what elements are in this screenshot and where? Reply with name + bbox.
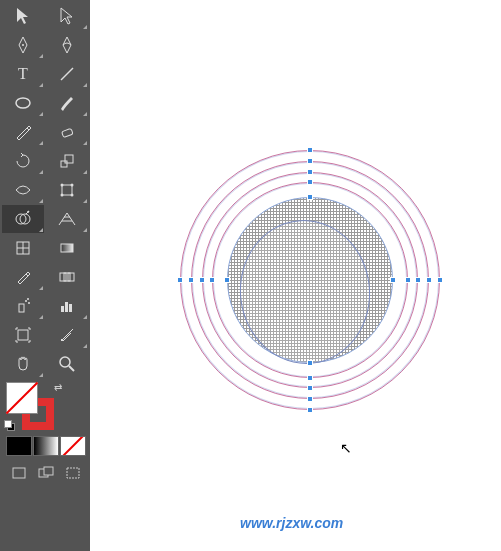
swap-fill-stroke-icon[interactable]: ⇄ <box>54 382 62 393</box>
svg-point-3 <box>16 98 30 108</box>
selection-handle-s5[interactable] <box>307 360 313 366</box>
rotate-tool[interactable] <box>2 147 44 175</box>
svg-rect-4 <box>61 128 72 137</box>
selection-handle-s2[interactable] <box>307 396 313 402</box>
selection-handle-w3[interactable] <box>199 277 205 283</box>
eraser-tool[interactable] <box>46 118 88 146</box>
selection-handle-w[interactable] <box>177 277 183 283</box>
selection-handle-w4[interactable] <box>209 277 215 283</box>
tool-grid: T <box>2 2 88 378</box>
cursor-indicator: ↖ <box>340 440 352 456</box>
svg-point-22 <box>25 300 27 302</box>
gradient-tool[interactable] <box>46 234 88 262</box>
selection-handle-s3[interactable] <box>307 385 313 391</box>
svg-rect-19 <box>64 273 70 281</box>
svg-point-10 <box>60 194 63 197</box>
selection-handle-e[interactable] <box>437 277 443 283</box>
selection-handle-e5[interactable] <box>390 277 396 283</box>
selection-handle-s4[interactable] <box>307 375 313 381</box>
svg-text:T: T <box>18 65 28 82</box>
canvas[interactable]: ↖ www.rjzxw.com <box>90 0 501 551</box>
paintbrush-tool[interactable] <box>46 89 88 117</box>
draw-behind-mode[interactable] <box>33 462 59 484</box>
tools-panel: T ⇄ <box>0 0 90 551</box>
draw-normal-mode[interactable] <box>6 462 32 484</box>
selection-handle-w2[interactable] <box>188 277 194 283</box>
svg-rect-28 <box>18 330 28 340</box>
svg-rect-20 <box>68 273 74 281</box>
direct-selection-tool[interactable] <box>46 2 88 30</box>
svg-rect-17 <box>61 244 73 252</box>
svg-rect-27 <box>69 304 72 312</box>
blend-tool[interactable] <box>46 263 88 291</box>
fill-stroke-area: ⇄ <box>2 378 88 486</box>
selection-handle-e3[interactable] <box>415 277 421 283</box>
svg-point-0 <box>22 44 24 46</box>
selection-handle-n5[interactable] <box>307 194 313 200</box>
svg-rect-33 <box>44 467 53 475</box>
column-graph-tool[interactable] <box>46 292 88 320</box>
svg-rect-21 <box>19 304 24 312</box>
curvature-tool[interactable] <box>46 31 88 59</box>
selection-handle-e4[interactable] <box>405 277 411 283</box>
artwork-concentric-circles[interactable] <box>180 150 440 410</box>
zoom-tool[interactable] <box>46 350 88 378</box>
pen-tool[interactable] <box>2 31 44 59</box>
selection-tool[interactable] <box>2 2 44 30</box>
scale-tool[interactable] <box>46 147 88 175</box>
svg-rect-31 <box>13 468 25 478</box>
shape-builder-tool[interactable] <box>2 205 44 233</box>
line-segment-tool[interactable] <box>46 60 88 88</box>
color-mode-none[interactable] <box>60 436 86 456</box>
svg-point-11 <box>70 194 73 197</box>
draw-inside-mode[interactable] <box>60 462 86 484</box>
svg-rect-25 <box>61 306 64 312</box>
selection-handle-n[interactable] <box>307 147 313 153</box>
type-tool[interactable]: T <box>2 60 44 88</box>
fill-stroke-indicator[interactable]: ⇄ <box>6 382 56 432</box>
free-transform-tool[interactable] <box>46 176 88 204</box>
svg-rect-34 <box>67 468 79 478</box>
width-tool[interactable] <box>2 176 44 204</box>
svg-rect-26 <box>65 302 68 312</box>
svg-point-23 <box>28 302 30 304</box>
selection-handle-w5[interactable] <box>224 277 230 283</box>
selection-handle-s[interactable] <box>307 407 313 413</box>
svg-point-24 <box>27 298 29 300</box>
selection-handle-n3[interactable] <box>307 169 313 175</box>
color-mode-row <box>6 436 86 456</box>
mesh-tool[interactable] <box>2 234 44 262</box>
svg-line-30 <box>69 366 74 371</box>
selection-handle-e2[interactable] <box>426 277 432 283</box>
slice-tool[interactable] <box>46 321 88 349</box>
svg-rect-6 <box>65 155 73 163</box>
svg-point-9 <box>70 184 73 187</box>
svg-point-29 <box>60 357 70 367</box>
svg-line-2 <box>61 68 73 80</box>
default-fill-stroke-icon[interactable] <box>4 420 16 432</box>
perspective-grid-tool[interactable] <box>46 205 88 233</box>
color-mode-gradient[interactable] <box>33 436 59 456</box>
selection-handle-n4[interactable] <box>307 179 313 185</box>
svg-point-8 <box>60 184 63 187</box>
selection-handle-n2[interactable] <box>307 158 313 164</box>
watermark-text: www.rjzxw.com <box>240 515 343 531</box>
pencil-tool[interactable] <box>2 118 44 146</box>
artboard-tool[interactable] <box>2 321 44 349</box>
fill-swatch[interactable] <box>6 382 38 414</box>
svg-rect-7 <box>62 185 72 195</box>
color-mode-solid[interactable] <box>6 436 32 456</box>
symbol-sprayer-tool[interactable] <box>2 292 44 320</box>
ellipse-tool[interactable] <box>2 89 44 117</box>
svg-rect-5 <box>61 161 67 167</box>
svg-rect-18 <box>60 273 66 281</box>
hand-tool[interactable] <box>2 350 44 378</box>
screen-mode-row <box>6 462 86 484</box>
eyedropper-tool[interactable] <box>2 263 44 291</box>
